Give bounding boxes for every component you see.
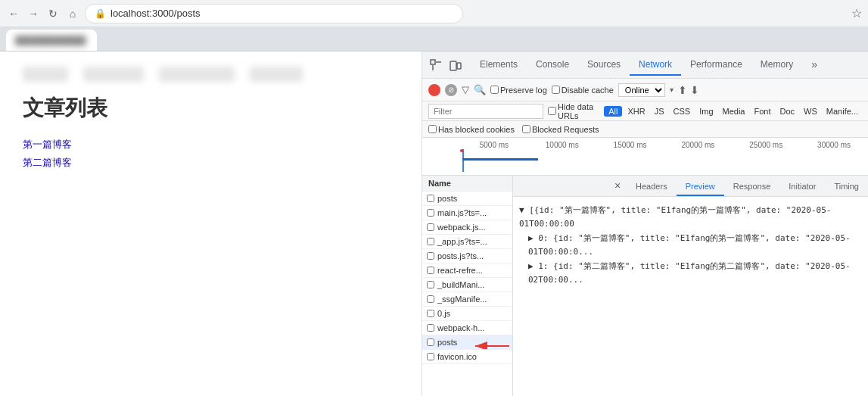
file-item-favicon[interactable]: favicon.ico (422, 350, 512, 364)
export-button[interactable]: ⬇ (690, 84, 699, 96)
url-text: localhost:3000/posts (110, 8, 201, 19)
tab-initiator[interactable]: Initiator (779, 178, 825, 196)
file-checkbox[interactable] (427, 223, 434, 231)
file-item-posts-1[interactable]: posts (422, 192, 512, 206)
filter-bar-2: Has blocked cookies Blocked Requests (422, 121, 868, 138)
devtools-panel: Elements Console Sources Network Perform… (422, 51, 868, 396)
browser-tab[interactable]: ████████████ (6, 30, 97, 51)
file-item-app[interactable]: _app.js?ts=... (422, 235, 512, 249)
file-checkbox[interactable] (427, 281, 434, 288)
address-bar[interactable]: 🔒 localhost:3000/posts (85, 4, 463, 23)
preserve-log-label[interactable]: Preserve log (490, 86, 547, 95)
forward-button[interactable]: → (26, 6, 41, 21)
back-button[interactable]: ← (6, 6, 21, 21)
json-item0-line: ▶ 0: {id: "第一篇博客", title: "E1fang的第一篇博客"… (519, 231, 862, 259)
blog-link-2[interactable]: 第二篇博客 (23, 156, 399, 170)
filter-icon[interactable]: ▽ (462, 84, 469, 95)
has-blocked-cookies-checkbox[interactable] (428, 125, 437, 133)
file-item-posts-active[interactable]: posts (422, 335, 512, 350)
file-item-0js[interactable]: 0.js (422, 307, 512, 321)
file-item-webpack[interactable]: webpack.js... (422, 220, 512, 235)
tab-memory[interactable]: Memory (751, 55, 802, 76)
throttle-select[interactable]: Online (618, 83, 665, 97)
json-expand-item0[interactable]: ▶ 0: {id: "第一篇博客", title: "E1fang的第一篇博客"… (528, 232, 862, 258)
filter-input[interactable] (428, 104, 543, 119)
file-item-react[interactable]: react-refre... (422, 263, 512, 278)
filter-img-button[interactable]: Img (695, 106, 717, 117)
timeline-bar (462, 158, 538, 161)
file-checkbox[interactable] (427, 209, 434, 217)
timeline-label-5: 25000 ms (732, 141, 800, 149)
hide-data-urls-checkbox[interactable] (548, 107, 556, 115)
clear-button[interactable]: ⊘ (445, 84, 457, 96)
blocked-requests-label[interactable]: Blocked Requests (522, 125, 599, 134)
device-toolbar-button[interactable] (448, 58, 463, 73)
preview-tabs: × Headers Preview Response Initiator Tim… (513, 176, 868, 197)
browser-chrome: ← → ↻ ⌂ 🔒 localhost:3000/posts ☆ (0, 0, 868, 27)
json-item1-line: ▶ 1: {id: "第二篇博客", title: "E1fang的第二篇博客"… (519, 259, 862, 287)
close-preview-button[interactable]: × (608, 176, 627, 196)
filter-media-button[interactable]: Media (719, 106, 749, 117)
timeline-area: 5000 ms 10000 ms 15000 ms 20000 ms 25000… (422, 138, 868, 176)
tab-console[interactable]: Console (527, 55, 578, 76)
file-item-ssg[interactable]: _ssgManife... (422, 292, 512, 307)
timeline-label-1: 5000 ms (460, 141, 528, 149)
reload-button[interactable]: ↻ (45, 6, 61, 21)
json-root-line: ▼ [{id: "第一篇博客", title: "E1fang的第一篇博客", … (519, 203, 862, 231)
json-expand-root[interactable]: ▼ [{id: "第一篇博客", title: "E1fang的第一篇博客", … (519, 204, 862, 230)
timeline-label-6: 30000 ms (800, 141, 868, 149)
blocked-requests-checkbox[interactable] (522, 125, 530, 133)
file-checkbox[interactable] (427, 353, 434, 360)
disable-cache-label[interactable]: Disable cache (552, 86, 614, 95)
preserve-log-checkbox[interactable] (490, 86, 499, 94)
import-export-buttons: ⬆ ⬇ (678, 84, 699, 96)
throttle-dropdown-icon[interactable]: ▾ (670, 86, 674, 94)
file-item-main[interactable]: main.js?ts=... (422, 206, 512, 220)
file-checkbox[interactable] (427, 324, 434, 332)
filter-bar: Hide data URLs All XHR JS CSS Img Media … (422, 101, 868, 121)
tab-network[interactable]: Network (630, 55, 681, 76)
bookmark-icon[interactable]: ☆ (851, 6, 862, 20)
json-expand-item1[interactable]: ▶ 1: {id: "第二篇博客", title: "E1fang的第二篇博客"… (528, 260, 862, 286)
tab-performance[interactable]: Performance (681, 55, 751, 76)
file-checkbox[interactable] (427, 238, 434, 245)
file-item-build[interactable]: _buildMani... (422, 278, 512, 292)
svg-rect-0 (431, 60, 435, 64)
file-checkbox[interactable] (427, 267, 434, 274)
filter-manifest-button[interactable]: Manife... (823, 106, 862, 117)
has-blocked-cookies-label[interactable]: Has blocked cookies (428, 125, 515, 134)
file-checkbox[interactable] (427, 195, 434, 202)
hide-data-urls-label[interactable]: Hide data URLs (548, 102, 599, 120)
file-name: 0.js (437, 309, 450, 318)
filter-doc-button[interactable]: Doc (776, 106, 799, 117)
disable-cache-checkbox[interactable] (552, 86, 560, 94)
filter-js-button[interactable]: JS (651, 106, 668, 117)
filter-xhr-button[interactable]: XHR (624, 106, 649, 117)
file-item-webpack-h[interactable]: webpack-h... (422, 321, 512, 335)
file-item-posts-js[interactable]: posts.js?ts... (422, 249, 512, 263)
home-button[interactable]: ⌂ (65, 6, 80, 21)
filter-all-button[interactable]: All (604, 106, 622, 117)
tab-headers[interactable]: Headers (627, 178, 677, 196)
tab-elements[interactable]: Elements (471, 55, 527, 76)
inspect-element-button[interactable] (428, 58, 443, 73)
file-checkbox[interactable] (427, 310, 434, 317)
import-button[interactable]: ⬆ (678, 84, 687, 96)
file-checkbox[interactable] (427, 338, 434, 346)
filter-css-button[interactable]: CSS (670, 106, 695, 117)
search-icon[interactable]: 🔍 (474, 84, 486, 95)
timeline-red-dot (460, 149, 463, 152)
tab-sources[interactable]: Sources (578, 55, 630, 76)
file-checkbox[interactable] (427, 295, 434, 303)
record-button[interactable] (428, 84, 440, 96)
file-name: posts.js?ts... (437, 251, 484, 260)
tab-timing[interactable]: Timing (825, 178, 868, 196)
tab-more[interactable]: » (802, 55, 826, 76)
tab-response[interactable]: Response (724, 178, 780, 196)
tab-preview[interactable]: Preview (677, 178, 724, 196)
filter-font-button[interactable]: Font (751, 106, 775, 117)
devtools-toolbar: Elements Console Sources Network Perform… (422, 51, 868, 79)
blog-link-1[interactable]: 第一篇博客 (23, 138, 399, 151)
filter-ws-button[interactable]: WS (800, 106, 821, 117)
file-checkbox[interactable] (427, 252, 434, 260)
